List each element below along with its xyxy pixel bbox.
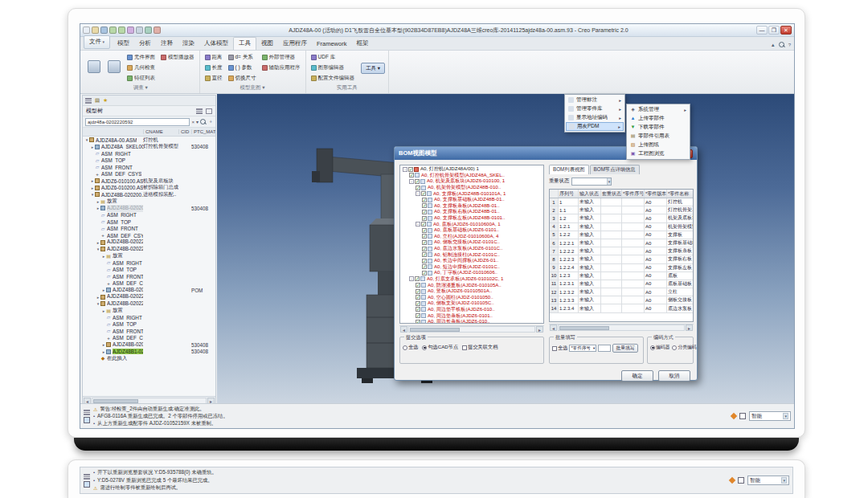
expand-icon[interactable]: -: [409, 276, 414, 281]
ribbon-button[interactable]: 配置文件编辑器: [309, 73, 357, 84]
tree-row[interactable]: +ASM_DEF_CSYS: [83, 232, 215, 239]
bom-tree-item[interactable]: ✓A0, 空心圆柱(AJDZ-0101050..: [401, 294, 542, 300]
tree-row[interactable]: ▱ASM_FRONT: [83, 328, 215, 335]
ribbon-button[interactable]: 图形编辑器: [309, 63, 357, 73]
checkbox-提交关联文档[interactable]: 提交关联文档: [462, 344, 497, 351]
ribbon-button[interactable]: 外部管理器: [260, 52, 302, 63]
bom-tree-item[interactable]: -✓A0, 底板(AJDZ6-01010600A, 1: [401, 221, 542, 227]
redo-icon[interactable]: [118, 27, 125, 34]
ribbon-button[interactable]: 元件界面: [125, 52, 157, 63]
scroll-right-icon[interactable]: ►: [686, 325, 693, 331]
ribbon-button[interactable]: UDF 库: [309, 52, 357, 63]
bom-table-row[interactable]: 71.2.2.2未输入A0支撑板条板AJDZ48: [550, 247, 693, 255]
close-button[interactable]: ✕: [780, 26, 792, 35]
tree-search-input[interactable]: [85, 118, 190, 126]
checkbox-icon[interactable]: ✓: [416, 289, 420, 294]
tree-row[interactable]: ▸AJDZ48A_SKEL0001.PRT灯控机骨架模型530408: [83, 144, 215, 151]
tools-menu-item-0[interactable]: 管理标注▸: [566, 96, 624, 104]
tree-row[interactable]: ▱ASM_RIGHT: [83, 314, 215, 321]
expand-icon[interactable]: -: [403, 167, 407, 172]
pdm-menu-item-2[interactable]: ▼下载零部件: [628, 123, 689, 132]
tree-row[interactable]: ▸AJDZ48B-02022030 进格减支承轴总530408: [83, 341, 215, 349]
tab-0[interactable]: 文件 ▾: [84, 35, 110, 49]
checkbox-icon[interactable]: ✓: [421, 191, 426, 196]
tree-row[interactable]: ▸AJDZ6-010100.ASM机架及底板块: [83, 178, 215, 185]
checkbox-icon[interactable]: ✓: [408, 167, 413, 172]
tools-menu-item-2[interactable]: 显示地址编码▸: [566, 113, 624, 122]
bom-tree-item[interactable]: ✓A0, 侧板交接板(AJDZ-0101C..: [401, 239, 542, 246]
tab-2[interactable]: 分析: [134, 38, 156, 50]
clear-search-icon[interactable]: ×: [191, 120, 194, 124]
minimize-button[interactable]: —: [756, 26, 768, 35]
checkbox-icon[interactable]: ✓: [422, 216, 427, 221]
bom-tree-item[interactable]: ✓A0, 侧板支架(AJDZ-010105C..: [401, 300, 542, 307]
bom-tree-item[interactable]: -✓A0, 支撑板(AJDZ48B-010101A, 1: [401, 190, 542, 197]
bom-tree-item[interactable]: ✓A0, 防湿漆重板(AJDZ6-010105A..: [401, 282, 542, 288]
undo-icon[interactable]: [109, 27, 117, 34]
search-model-icon[interactable]: [105, 52, 123, 81]
tree-row[interactable]: +ASM_DEF_CSYS: [83, 280, 215, 288]
bom-tab-1[interactable]: BOM节点详细信息: [590, 165, 640, 174]
bom-table-icon[interactable]: [85, 52, 103, 81]
tree-row[interactable]: ▱ASM_TOP: [83, 321, 215, 329]
expand-icon[interactable]: -: [416, 191, 420, 196]
ribbon-button[interactable]: 模型播放器: [159, 52, 196, 63]
collapse-ribbon-icon[interactable]: ▲: [771, 43, 776, 47]
bom-tree-item[interactable]: ✓A0, 周边垫平铁板(AJDZ6-010..: [401, 307, 542, 313]
radio-分类编码[interactable]: 分类编码: [672, 344, 696, 351]
checkbox-icon[interactable]: ✓: [416, 301, 420, 306]
checkbox-icon[interactable]: ✓: [421, 222, 426, 227]
batch-fill-button[interactable]: 批量填写: [612, 344, 637, 353]
checkbox-icon[interactable]: ✓: [416, 283, 420, 288]
bom-table-row[interactable]: 61.2.2.1未输入A0支撑板基础板AJDZ48: [550, 239, 693, 247]
checkbox-icon[interactable]: ✓: [415, 276, 420, 281]
bom-table-row[interactable]: 81.2.2.3未输入A0支撑板右板AJDZ48: [550, 255, 693, 263]
tab-8[interactable]: 应用程序: [278, 38, 312, 50]
pdm-menu-item-0[interactable]: ◈系统管理▸: [628, 105, 689, 114]
checkbox-icon[interactable]: ✓: [422, 240, 427, 245]
tree-row[interactable]: +ASM_DEF_CSYS: [83, 335, 215, 342]
bom-tree-item[interactable]: ✓A0, 底边水泵板(AJDZ6-0101C..: [401, 246, 542, 252]
expand-icon[interactable]: -: [409, 179, 414, 184]
checkbox-icon[interactable]: ✓: [422, 203, 427, 208]
batch-select-all-checkbox[interactable]: 全选: [552, 345, 567, 352]
select-indicator-icon[interactable]: [729, 477, 735, 484]
tree-row[interactable]: ◆在此插入: [83, 355, 215, 362]
add-filter-icon[interactable]: ＋: [208, 118, 213, 125]
tree-row[interactable]: ▸AJDZ48B-020200_SKEL0001 进格模拟装..530408: [83, 205, 215, 212]
checkbox-icon[interactable]: ✓: [422, 259, 427, 263]
scroll-left-icon[interactable]: ◄: [550, 325, 557, 331]
bom-tree-item[interactable]: ✓A0, 竖板(AJDZ6-01010501A..: [401, 288, 542, 295]
tab-9[interactable]: Framework: [312, 39, 352, 50]
checkbox-icon[interactable]: ✓: [422, 234, 427, 239]
bom-tab-0[interactable]: BOM列表视图: [549, 165, 589, 174]
tree-row[interactable]: ▾AJDZ48A-00.ASM灯控机: [83, 137, 215, 144]
bom-table-row[interactable]: 41.2.1未输入A0机架骨架模型AJDZ48: [550, 223, 693, 231]
tree-columns-icon[interactable]: [206, 108, 212, 114]
ok-button[interactable]: 确定: [621, 370, 653, 382]
ribbon-button[interactable]: d= 关系: [227, 52, 258, 63]
bom-table-row[interactable]: 141.2.3.4未输入A0底边水泵板AJDZ6-: [550, 304, 693, 312]
bom-table-row[interactable]: 121.2.3.2未输入A0立柱AJDZ-C: [550, 288, 693, 296]
batch-field-combo[interactable]: *零件序号▾: [569, 345, 596, 352]
tree-row[interactable]: ▱ASM_RIGHT: [83, 150, 215, 157]
tree-row[interactable]: ▱ASM_TOP: [83, 218, 215, 226]
weight-status-combo[interactable]: ▾: [571, 178, 612, 186]
tree-row[interactable]: ▸AJDZ48B-02022300.ASM 进格状态总成: [83, 239, 215, 247]
ribbon-button[interactable]: 切换尺寸: [227, 73, 258, 84]
bom-tree-item[interactable]: ✓A0, 铝制连接柱(AJDZ-0101C..: [401, 251, 542, 258]
radio-编码器[interactable]: 编码器: [650, 344, 669, 351]
tree-row[interactable]: ▱ASM_RIGHT: [83, 212, 215, 219]
tab-3[interactable]: 注释: [156, 38, 178, 50]
bom-table-row[interactable]: 111.2.3.1未输入A0底板基础板AJDZ6-: [550, 280, 693, 288]
radio-全选[interactable]: 全选: [403, 344, 418, 351]
bom-table-row[interactable]: 21.1未输入A0灯控机骨架..AJDZ48: [550, 206, 693, 214]
pdm-menu-item-3[interactable]: ▤零部件引用表: [628, 132, 689, 141]
checkbox-icon[interactable]: ✓: [416, 320, 420, 324]
ribbon-button[interactable]: 辅助应用程序: [260, 63, 302, 73]
column-header-ptcmat[interactable]: PTC_MAT: [191, 129, 215, 134]
batch-value-input[interactable]: [598, 345, 611, 352]
ribbon-button[interactable]: ( ) 参数: [227, 63, 258, 73]
tree-row[interactable]: ▱ASM_TOP: [83, 157, 215, 165]
tree-row[interactable]: ▸▤放置: [83, 308, 215, 315]
